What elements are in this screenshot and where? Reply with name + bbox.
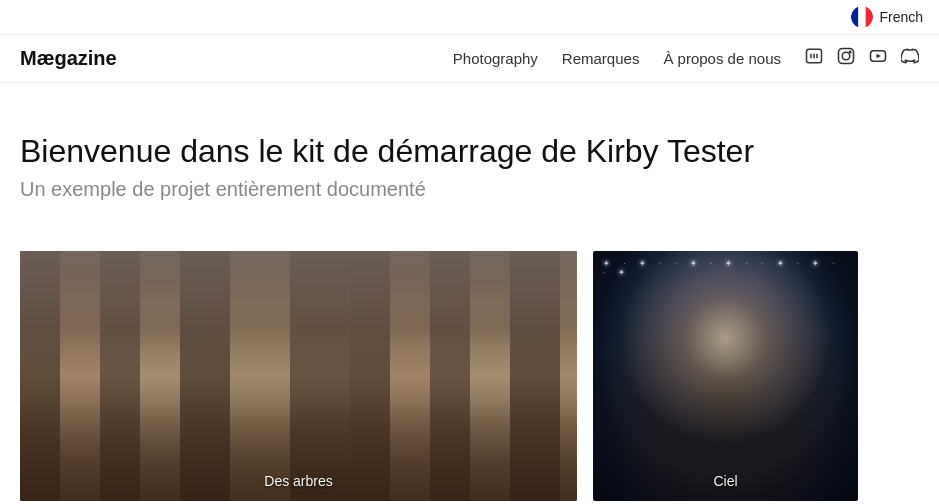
- main-nav: Photography Remarques À propos de nous: [453, 47, 919, 70]
- french-flag-icon: [851, 6, 873, 28]
- svg-rect-3: [859, 6, 866, 28]
- nav-link-about[interactable]: À propos de nous: [663, 50, 781, 67]
- site-header: Mægazine Photography Remarques À propos …: [0, 35, 939, 83]
- svg-point-7: [842, 52, 850, 60]
- image-grid: Des arbres Ciel: [0, 251, 939, 501]
- site-logo[interactable]: Mægazine: [20, 47, 117, 70]
- svg-rect-2: [851, 6, 858, 28]
- image-card-sequoia[interactable]: Des arbres: [20, 251, 577, 501]
- youtube-icon[interactable]: [869, 47, 887, 70]
- image-label-sequoia: Des arbres: [20, 473, 577, 489]
- hero-section: Bienvenue dans le kit de démarrage de Ki…: [0, 83, 939, 231]
- svg-point-8: [849, 51, 851, 53]
- svg-rect-4: [866, 6, 873, 28]
- top-bar: French: [0, 0, 939, 35]
- language-label: French: [879, 9, 923, 25]
- hero-subtitle: Un exemple de projet entièrement documen…: [20, 178, 919, 201]
- instagram-icon[interactable]: [837, 47, 855, 70]
- image-placeholder-sky: Ciel: [593, 251, 858, 501]
- social-icons: [805, 47, 919, 70]
- svg-marker-10: [877, 54, 882, 59]
- image-placeholder-sequoia: Des arbres: [20, 251, 577, 501]
- language-selector[interactable]: French: [851, 6, 923, 28]
- hero-title: Bienvenue dans le kit de démarrage de Ki…: [20, 133, 919, 170]
- mastodon-icon[interactable]: [805, 47, 823, 70]
- nav-link-remarques[interactable]: Remarques: [562, 50, 640, 67]
- svg-rect-6: [839, 49, 854, 64]
- nav-link-photography[interactable]: Photography: [453, 50, 538, 67]
- discord-icon[interactable]: [901, 47, 919, 70]
- image-label-sky: Ciel: [593, 473, 858, 489]
- image-card-sky[interactable]: Ciel: [593, 251, 858, 501]
